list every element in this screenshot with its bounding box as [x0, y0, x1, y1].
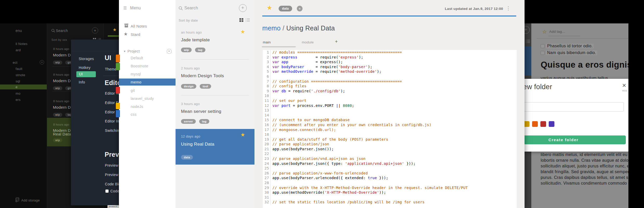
folder-color-chip [116, 110, 120, 117]
dark-search-input[interactable]: Search [56, 29, 68, 33]
checkbox-checked[interactable] [105, 190, 109, 193]
code-line: 10 [263, 93, 517, 98]
dark-folder-item[interactable]: ers [16, 98, 21, 102]
color-swatch[interactable] [540, 121, 546, 127]
active-tab-underline [262, 46, 296, 47]
close-icon[interactable]: × [622, 81, 626, 89]
code-editor[interactable]: 1// modules ============================… [263, 50, 517, 208]
dark-sidebar-project-label[interactable]: ect [13, 61, 17, 64]
dark-folder-item[interactable]: mo [16, 92, 21, 95]
dark-new-note-button[interactable]: + [92, 27, 98, 34]
add-folder-button[interactable]: + [167, 49, 172, 54]
sidebar-folder-laravel-study[interactable]: laravel_study [131, 96, 154, 101]
code-line: 19// get all data/stuff of the body (POS… [263, 137, 517, 142]
dark-sidebar-item-all-notes[interactable]: ll Notes [16, 42, 28, 46]
new-note-button[interactable]: + [239, 4, 247, 12]
breadcrumb-folder[interactable]: memo [262, 24, 281, 32]
note-tag-badge[interactable]: data [279, 6, 292, 11]
star-icon[interactable]: ★ [113, 27, 117, 32]
new-tab-button[interactable]: + [335, 39, 338, 44]
dark-folder-item[interactable]: stnote [16, 73, 25, 77]
code-line: 21app.use(bodyParser.json()); [263, 147, 517, 152]
star-icon[interactable]: ★ [240, 132, 245, 138]
folder-name-input[interactable] [525, 102, 624, 112]
note-card-selected[interactable]: 12 days ago ★ Using Real Data data [176, 129, 254, 165]
project-storage-label[interactable]: Project [128, 49, 140, 53]
hamburger-icon[interactable]: ☰ [123, 6, 127, 10]
add-tag-button[interactable]: + [297, 6, 303, 11]
tag-badge: data [181, 155, 193, 160]
grid-view-icon[interactable] [239, 18, 243, 22]
code-line: 15// connect to our mongoDB database [263, 118, 517, 122]
settings-nav-info[interactable]: Info [79, 80, 85, 84]
dark-folder-item[interactable]: fault [16, 67, 22, 71]
tab-module[interactable]: module [302, 40, 314, 44]
sidebar-folder-memo-selected[interactable]: memo [119, 79, 176, 86]
sidebar-folder-css[interactable]: css [131, 112, 137, 116]
chevron-down-icon[interactable]: ▼ [123, 50, 126, 53]
code-line: 22 [263, 151, 517, 156]
color-swatch[interactable] [525, 121, 529, 127]
sidebar-item-all-notes[interactable]: All Notes [131, 24, 147, 28]
database-icon [15, 197, 19, 202]
create-folder-button[interactable]: Create folder [525, 135, 626, 144]
sort-select[interactable]: Sort by date [179, 18, 198, 22]
folder-color-chip [116, 63, 120, 70]
dark-folder-item[interactable]: sql [16, 79, 20, 83]
all-notes-icon [124, 24, 129, 28]
sidebar-folder-git[interactable]: git [131, 88, 135, 93]
note-card[interactable]: 2 hours ago Modern Design Tools design t… [176, 60, 254, 95]
star-icon[interactable]: ★ [240, 29, 245, 35]
note-title-text[interactable]: Using Real Data [286, 24, 335, 32]
kebab-menu-icon[interactable]: ⋮ [506, 5, 511, 11]
dark-folder-item-selected[interactable]: e [0, 84, 47, 89]
folder-color-chip [116, 55, 120, 62]
add-storage-button[interactable]: Add storage [21, 199, 40, 202]
search-input[interactable]: Search [184, 6, 198, 10]
settings-nav-storages[interactable]: Storages [79, 57, 94, 61]
dark-sort-select[interactable]: Sort by xxx [51, 38, 67, 41]
settings-section-title: UI [105, 54, 111, 62]
dialog-title: New folder [525, 83, 552, 91]
settings-theme-label: Theme [105, 67, 117, 71]
code-line: 30app.use(methodOverride('X-HTTP-Method-… [263, 190, 517, 195]
sidebar-folder-mysql[interactable]: mysql [131, 72, 141, 76]
code-line: 6 [263, 74, 517, 79]
code-line: 11// set our port [263, 98, 517, 103]
note-list-panel: Search + Sort by date an hours ago ★ Jad… [176, 0, 255, 208]
dark-add-folder-icon[interactable]: + [40, 60, 44, 64]
settings-nav-ui-active[interactable]: UI [76, 71, 96, 77]
tag-badge: design [181, 84, 196, 89]
code-line: 23// parse application/vnd.api+json as j… [263, 156, 517, 161]
tab-main-active[interactable]: main [263, 40, 271, 44]
main-app-window: ☰ Menu All Notes ★ Stard ▼ Project + Def… [119, 0, 525, 208]
folder-color-chip [116, 87, 120, 94]
dark-menu-label[interactable]: enu [16, 29, 22, 33]
code-line: 12var port = process.env.PORT || 8080; [263, 103, 517, 108]
code-line: 1// modules ============================… [263, 50, 517, 55]
color-swatch[interactable] [532, 121, 538, 127]
sidebar-folder-default[interactable]: Default [131, 56, 143, 60]
note-card[interactable]: an hours ago ★ Jade template wip tag [176, 25, 254, 59]
dark-sidebar-item-starred[interactable]: ard [16, 48, 21, 52]
code-line: 24app.use(bodyParser.json({ type: 'appli… [263, 161, 517, 166]
code-line: 31 [263, 195, 517, 200]
settings-nav-hotkey[interactable]: Hotkey [79, 66, 91, 70]
sidebar-item-starred[interactable]: Stard [131, 32, 140, 37]
list-view-icon[interactable] [246, 18, 250, 22]
app-sidebar: ☰ Menu All Notes ★ Stard ▼ Project + Def… [119, 0, 176, 208]
note-title: memo / Using Real Data [262, 24, 335, 32]
tag-badge: server [181, 119, 196, 124]
note-card[interactable]: 3 hours ago Mean server setting server t… [176, 95, 254, 129]
code-line: 25 [263, 166, 517, 171]
sidebar-folder-nodejs[interactable]: nodeJs [131, 105, 143, 109]
star-toggle-icon[interactable]: ★ [267, 4, 272, 11]
code-line: 7// configuration ======================… [263, 79, 517, 84]
last-updated-label: Last updated at Jan.9, 2017 12:00 [445, 7, 502, 11]
note-detail-panel: ★ data + Last updated at Jan.9, 2017 12:… [254, 0, 525, 208]
search-icon [51, 29, 55, 32]
menu-label[interactable]: Menu [130, 6, 141, 10]
code-line: 5var methodOverride = require('method-ov… [263, 69, 517, 74]
sidebar-folder-boostnote[interactable]: Boostnote [131, 64, 148, 68]
color-swatch[interactable] [549, 121, 554, 127]
